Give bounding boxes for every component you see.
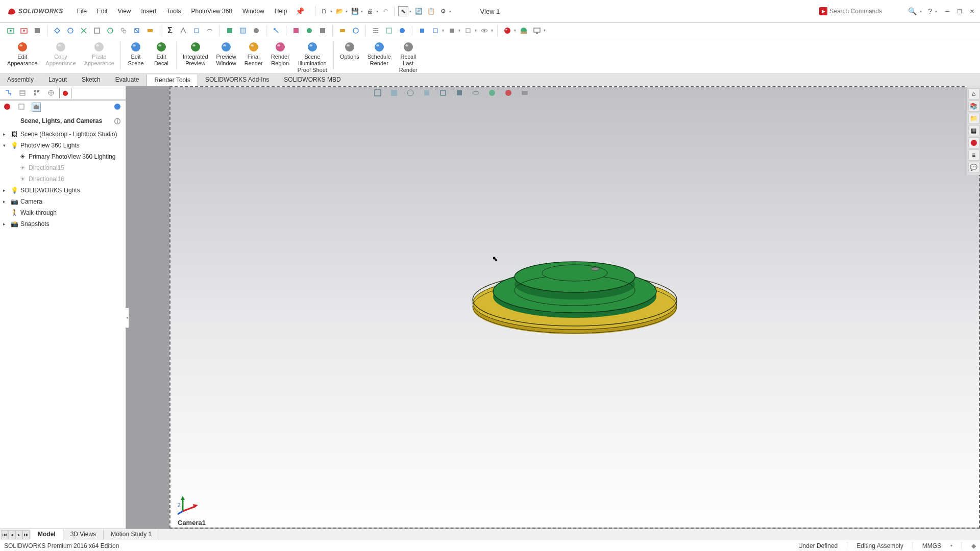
menu-help[interactable]: Help: [270, 6, 292, 17]
sidebar-collapse-handle[interactable]: ◂: [125, 308, 129, 328]
previous-view-icon[interactable]: [405, 88, 415, 98]
forum-icon[interactable]: 💬: [968, 162, 979, 173]
display-manager-tab[interactable]: [59, 88, 71, 99]
color-ball-icon[interactable]: [502, 25, 513, 36]
tree-item-solidworks-lights[interactable]: ▸💡SOLIDWORKS Lights: [0, 185, 126, 196]
viewport[interactable]: ⬉ z Camera1: [126, 86, 980, 529]
edit-appearance-icon[interactable]: [503, 88, 513, 98]
tool-icon-14[interactable]: [237, 25, 249, 36]
tool-icon-25[interactable]: [416, 25, 428, 36]
tool-icon-11[interactable]: [191, 25, 202, 36]
file-explorer-icon[interactable]: 📁: [968, 113, 979, 124]
tool-icon-21[interactable]: [350, 25, 361, 36]
undo-icon[interactable]: ↶: [380, 6, 390, 16]
tab-next-icon[interactable]: ▸: [15, 530, 22, 539]
tool-icon-1[interactable]: [32, 25, 43, 36]
zoom-fit-icon[interactable]: [373, 88, 383, 98]
ribbon-edit[interactable]: EditScene: [123, 40, 149, 68]
tab-prev-icon[interactable]: ◂: [8, 530, 15, 539]
options-icon[interactable]: 📋: [426, 6, 436, 16]
tool-icon-23[interactable]: [383, 25, 395, 36]
tool-icon-6[interactable]: [105, 25, 116, 36]
panel-help-icon[interactable]: ⓘ: [114, 117, 120, 126]
bottom-tab-motion-study-1[interactable]: Motion Study 1: [104, 529, 159, 540]
home-icon[interactable]: ⌂: [968, 88, 979, 99]
library-icon[interactable]: 📚: [968, 101, 979, 112]
search-input[interactable]: [829, 8, 906, 15]
tool-icon-4[interactable]: [78, 25, 89, 36]
minimize-button[interactable]: ─: [942, 7, 952, 16]
ribbon-integrated[interactable]: IntegratedPreview: [179, 40, 212, 68]
close-button[interactable]: ✕: [967, 7, 977, 16]
tree-item-primary-photoview-360-lighting[interactable]: ☀Primary PhotoView 360 Lighting: [0, 151, 126, 162]
rebuild-icon[interactable]: 🔄: [413, 6, 424, 16]
menu-edit[interactable]: Edit: [92, 6, 112, 17]
ribbon-schedule[interactable]: ScheduleRender: [363, 40, 395, 68]
tool-icon-19[interactable]: [317, 25, 328, 36]
tab-sketch[interactable]: Sketch: [75, 74, 108, 86]
tool-icon-8[interactable]: [131, 25, 142, 36]
feature-tree-tab[interactable]: [2, 87, 14, 98]
menu-view[interactable]: View: [113, 6, 136, 17]
print-icon[interactable]: 🖨: [365, 6, 375, 16]
tab-render-tools[interactable]: Render Tools: [146, 74, 198, 86]
tab-solidworks-mbd[interactable]: SOLIDWORKS MBD: [277, 74, 348, 86]
pin-menu-icon[interactable]: 📌: [296, 7, 304, 15]
tool-icon-12[interactable]: [204, 25, 215, 36]
tab-evaluate[interactable]: Evaluate: [108, 74, 147, 86]
tree-item-directional15[interactable]: ☀Directional15: [0, 162, 126, 173]
eye-icon[interactable]: [479, 25, 490, 36]
tab-last-icon[interactable]: ⏭: [22, 530, 30, 539]
open-document-icon[interactable]: 📂: [334, 6, 345, 16]
select-icon[interactable]: ⬉: [398, 6, 408, 16]
tool-icon-27[interactable]: [446, 25, 457, 36]
tree-item-directional16[interactable]: ☀Directional16: [0, 173, 126, 185]
tool-icon-24[interactable]: [397, 25, 408, 36]
tab-assembly[interactable]: Assembly: [0, 74, 41, 86]
tool-icon-9[interactable]: [144, 25, 156, 36]
menu-photoview-360[interactable]: PhotoView 360: [187, 6, 237, 17]
tab-layout[interactable]: Layout: [41, 74, 75, 86]
record-icon[interactable]: [18, 25, 30, 36]
hide-show-icon[interactable]: [471, 88, 481, 98]
zoom-area-icon[interactable]: [389, 88, 399, 98]
maximize-button[interactable]: ☐: [954, 7, 965, 16]
panel-options-icon[interactable]: [113, 103, 122, 112]
tree-item-snapshots[interactable]: ▸📸Snapshots: [0, 218, 126, 230]
tool-icon-5[interactable]: [91, 25, 103, 36]
menu-window[interactable]: Window: [238, 6, 269, 17]
view-orientation-icon[interactable]: [438, 88, 448, 98]
status-warnings-icon[interactable]: ◆: [971, 542, 976, 549]
tree-item-scene-backdrop-lightbox-studio-[interactable]: ▸🖼Scene (Backdrop - Lightbox Studio): [0, 129, 126, 140]
sigma-icon[interactable]: Σ: [164, 25, 176, 36]
decals-icon[interactable]: [17, 103, 27, 112]
tool-icon-18[interactable]: [304, 25, 315, 36]
settings-gear-icon[interactable]: ⚙: [438, 6, 448, 16]
scene-ball-icon[interactable]: [518, 25, 529, 36]
ribbon-render[interactable]: RenderRegion: [267, 40, 293, 68]
property-manager-tab[interactable]: [16, 87, 29, 98]
save-icon[interactable]: 💾: [350, 6, 360, 16]
menu-file[interactable]: File: [72, 6, 91, 17]
tool-icon-2[interactable]: [52, 25, 63, 36]
appearances-rail-icon[interactable]: [968, 137, 979, 148]
tool-icon-17[interactable]: [290, 25, 302, 36]
tool-icon-7[interactable]: [118, 25, 129, 36]
tool-icon-10[interactable]: [178, 25, 189, 36]
tree-item-camera[interactable]: ▸📷Camera: [0, 196, 126, 207]
help-icon[interactable]: ?: [928, 7, 932, 15]
menu-tools[interactable]: Tools: [162, 6, 186, 17]
menu-insert[interactable]: Insert: [137, 6, 161, 17]
bottom-tab-model[interactable]: Model: [31, 529, 63, 540]
apply-scene-icon[interactable]: [487, 88, 497, 98]
dimxpert-tab[interactable]: [45, 87, 57, 98]
orientation-triad[interactable]: z: [178, 494, 200, 516]
display-icon[interactable]: [531, 25, 543, 36]
view-settings-icon[interactable]: [520, 88, 530, 98]
tool-icon-15[interactable]: [251, 25, 262, 36]
tool-icon-13[interactable]: [224, 25, 235, 36]
tree-item-walk-through[interactable]: 🚶Walk-through: [0, 207, 126, 218]
ribbon-edit[interactable]: EditAppearance: [3, 40, 41, 68]
tool-icon-3[interactable]: [65, 25, 76, 36]
ribbon-edit[interactable]: EditDecal: [149, 40, 174, 68]
